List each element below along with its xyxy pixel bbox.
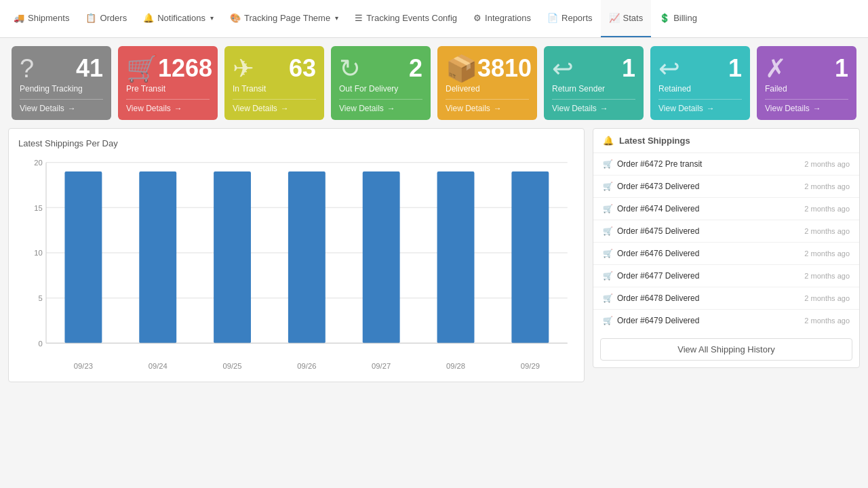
shipping-time: 2 months ago [804,272,850,280]
card-label: In Transit [233,84,316,94]
card-link[interactable]: View Details → [765,99,848,113]
notifications-caret: ▾ [210,14,214,22]
nav-notifications[interactable]: 🔔 Notifications ▾ [135,0,222,38]
main-content: Latest Shippings Per Day 0510152009/2309… [0,120,868,390]
stat-card-pre-transit: 🛒 1268 Pre Transit View Details → [118,46,218,120]
card-top: 🛒 1268 [126,56,210,81]
nav-tracking-page-theme[interactable]: 🎨 Tracking Page Theme ▾ [222,0,347,38]
stat-card-in-transit: ✈ 63 In Transit View Details → [224,46,324,120]
card-icon: ✈ [233,56,254,81]
nav-orders[interactable]: 📋 Orders [77,0,135,38]
card-number: 2 [409,56,422,81]
stat-card-pending: ? 41 Pending Tracking View Details → [12,46,111,120]
order-label: Order #6472 Pre transit [617,159,702,169]
order-label: Order #6478 Delivered [617,293,699,303]
nav-reports[interactable]: 📄 Reports [539,0,601,38]
shipping-order: 🛒 Order #6474 Delivered [603,204,699,214]
tracking-events-icon: ☰ [355,13,363,23]
svg-rect-22 [511,171,549,343]
svg-text:09/28: 09/28 [446,361,465,369]
card-top: ↻ 2 [339,56,422,81]
card-link[interactable]: View Details → [552,99,635,113]
view-all-shipping-button[interactable]: View All Shipping History [600,338,852,361]
nav-tracking-events-label: Tracking Events Config [366,13,457,23]
shipping-row: 🛒 Order #6478 Delivered 2 months ago [593,287,859,310]
svg-rect-16 [288,171,326,343]
shippings-title: Latest Shippings [619,136,690,146]
chart-svg: 0510152009/2309/2409/2509/2609/2709/2809… [18,155,574,372]
order-label: Order #6473 Delivered [617,182,699,191]
card-label: Pre Transit [126,84,210,94]
navbar: 🚚 Shipments 📋 Orders 🔔 Notifications ▾ 🎨… [0,0,868,38]
svg-rect-10 [64,171,102,343]
shipping-row: 🛒 Order #6476 Delivered 2 months ago [593,243,859,265]
card-icon: ↻ [339,56,361,81]
integrations-icon: ⚙ [473,13,481,23]
card-icon: 📦 [446,56,477,81]
svg-text:20: 20 [34,159,43,167]
shipping-row: 🛒 Order #6475 Delivered 2 months ago [593,220,859,243]
card-link[interactable]: View Details → [446,99,529,113]
card-top: ↩ 1 [552,56,635,81]
svg-text:09/26: 09/26 [297,361,316,369]
stat-card-return-sender: ↩ 1 Return Sender View Details → [544,46,644,120]
nav-tracking-events-config[interactable]: ☰ Tracking Events Config [347,0,465,38]
nav-tracking-theme-label: Tracking Page Theme [244,13,330,23]
shipping-order: 🛒 Order #6476 Delivered [603,249,699,258]
card-icon: ↩ [658,56,680,81]
svg-text:5: 5 [39,294,43,302]
card-number: 63 [289,56,316,81]
nav-shipments[interactable]: 🚚 Shipments [5,0,77,38]
cart-icon: 🛒 [603,293,613,303]
shipments-icon: 🚚 [14,13,24,23]
nav-notifications-label: Notifications [157,13,205,23]
stats-icon: 📈 [609,13,620,23]
svg-text:10: 10 [34,249,43,257]
svg-text:09/27: 09/27 [372,361,391,369]
shipping-time: 2 months ago [804,205,850,213]
card-label: Out For Delivery [339,84,422,94]
card-link[interactable]: View Details → [658,99,742,113]
card-label: Retained [658,84,742,94]
order-label: Order #6475 Delivered [617,226,699,236]
svg-text:09/29: 09/29 [521,361,540,369]
orders-icon: 📋 [85,13,96,23]
cart-icon: 🛒 [603,271,613,281]
card-top: 📦 3810 [446,56,529,81]
billing-icon: 💲 [659,13,670,23]
cart-icon: 🛒 [603,316,613,325]
tracking-theme-icon: 🎨 [230,13,241,23]
card-link[interactable]: View Details → [20,99,103,113]
shipping-order: 🛒 Order #6477 Delivered [603,271,699,281]
nav-billing[interactable]: 💲 Billing [651,0,705,38]
shipping-time: 2 months ago [804,294,850,302]
shipping-time: 2 months ago [804,227,850,235]
card-link[interactable]: View Details → [233,99,316,113]
svg-rect-14 [214,171,251,343]
nav-integrations[interactable]: ⚙ Integrations [465,0,539,38]
card-link[interactable]: View Details → [126,99,210,113]
nav-stats[interactable]: 📈 Stats [601,0,652,38]
nav-reports-label: Reports [561,13,593,23]
card-icon: ↩ [552,56,574,81]
card-link[interactable]: View Details → [339,99,422,113]
chart-area: 0510152009/2309/2409/2509/2609/2709/2809… [18,155,574,372]
bell-icon: 🔔 [603,136,614,146]
shipping-list: 🛒 Order #6472 Pre transit 2 months ago 🛒… [593,153,859,331]
svg-rect-20 [437,171,475,343]
card-link-icon: → [387,104,395,113]
shipping-row: 🛒 Order #6473 Delivered 2 months ago [593,176,859,198]
shipping-row: 🛒 Order #6474 Delivered 2 months ago [593,198,859,220]
card-link-icon: → [707,104,715,113]
reports-icon: 📄 [547,13,558,23]
card-number: 1 [728,56,742,81]
order-label: Order #6477 Delivered [617,271,699,281]
stat-card-failed: ✗ 1 Failed View Details → [757,46,856,120]
card-label: Return Sender [552,84,635,94]
shipping-order: 🛒 Order #6475 Delivered [603,226,699,236]
stat-card-delivered: 📦 3810 Delivered View Details → [437,46,537,120]
shipping-time: 2 months ago [804,249,850,258]
shipping-time: 2 months ago [804,182,850,190]
card-label: Delivered [446,84,529,94]
shipping-order: 🛒 Order #6479 Delivered [603,316,699,325]
